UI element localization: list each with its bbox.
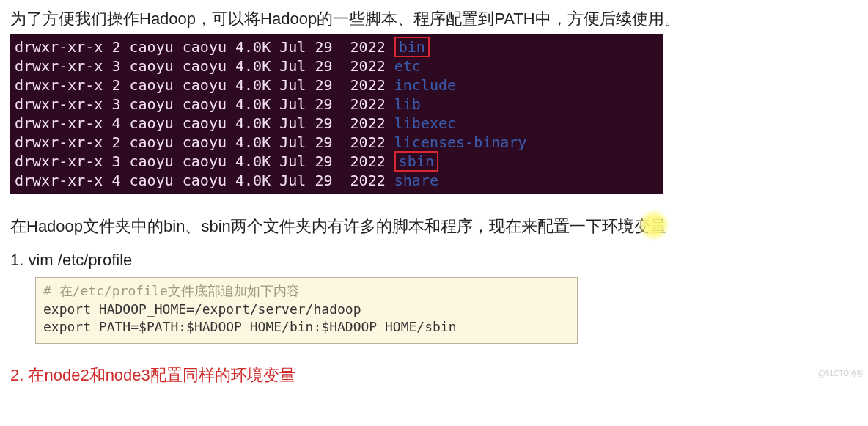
ls-row: drwxr-xr-x 3 caoyu caoyu 4.0K Jul 29 202… (15, 56, 658, 76)
ls-dirname: share (394, 172, 438, 189)
ls-row-meta: drwxr-xr-x 2 caoyu caoyu 4.0K Jul 29 202… (15, 133, 394, 151)
ls-row-meta: drwxr-xr-x 4 caoyu caoyu 4.0K Jul 29 202… (15, 172, 394, 189)
mid-text: 在Hadoop文件夹中的bin、sbin两个文件夹内有许多的脚本和程序，现在来配… (10, 217, 666, 235)
ls-dirname: licenses-binary (394, 133, 527, 151)
ls-row-meta: drwxr-xr-x 3 caoyu caoyu 4.0K Jul 29 202… (15, 95, 394, 113)
ls-row: drwxr-xr-x 2 caoyu caoyu 4.0K Jul 29 202… (15, 76, 658, 95)
code-line-1: export HADOOP_HOME=/export/server/hadoop (43, 301, 570, 318)
ls-row-meta: drwxr-xr-x 2 caoyu caoyu 4.0K Jul 29 202… (15, 76, 394, 94)
intro-text: 为了方便我们操作Hadoop，可以将Hadoop的一些脚本、程序配置到PATH中… (10, 6, 858, 32)
mid-paragraph: 在Hadoop文件夹中的bin、sbin两个文件夹内有许多的脚本和程序，现在来配… (10, 213, 858, 239)
ls-row: drwxr-xr-x 3 caoyu caoyu 4.0K Jul 29 202… (15, 95, 658, 114)
watermark: @51CTO博客 (818, 369, 864, 379)
step-2: 2. 在node2和node3配置同样的环境变量 (10, 364, 858, 386)
ls-dirname: etc (394, 57, 421, 75)
ls-row: drwxr-xr-x 3 caoyu caoyu 4.0K Jul 29 202… (15, 152, 658, 171)
code-line-2: export PATH=$PATH:$HADOOP_HOME/bin:$HADO… (43, 318, 570, 336)
step-1: 1. vim /etc/profile (10, 251, 858, 270)
ls-row-meta: drwxr-xr-x 3 caoyu caoyu 4.0K Jul 29 202… (15, 153, 394, 170)
terminal-ls-output: drwxr-xr-x 2 caoyu caoyu 4.0K Jul 29 202… (10, 34, 663, 194)
ls-dirname: lib (394, 95, 421, 113)
ls-dirname: libexec (394, 114, 456, 132)
ls-dirname: include (394, 76, 456, 94)
ls-row: drwxr-xr-x 2 caoyu caoyu 4.0K Jul 29 202… (15, 133, 658, 152)
code-comment: # 在/etc/profile文件底部追加如下内容 (43, 282, 570, 300)
ls-row-meta: drwxr-xr-x 2 caoyu caoyu 4.0K Jul 29 202… (15, 38, 394, 56)
ls-row: drwxr-xr-x 2 caoyu caoyu 4.0K Jul 29 202… (15, 37, 658, 56)
ls-row: drwxr-xr-x 4 caoyu caoyu 4.0K Jul 29 202… (15, 171, 658, 190)
ls-dirname: sbin (394, 151, 438, 172)
ls-dirname: bin (394, 37, 430, 57)
ls-row-meta: drwxr-xr-x 4 caoyu caoyu 4.0K Jul 29 202… (15, 114, 394, 132)
code-block: # 在/etc/profile文件底部追加如下内容 export HADOOP_… (35, 277, 578, 344)
ls-row-meta: drwxr-xr-x 3 caoyu caoyu 4.0K Jul 29 202… (15, 57, 394, 75)
ls-row: drwxr-xr-x 4 caoyu caoyu 4.0K Jul 29 202… (15, 114, 658, 133)
